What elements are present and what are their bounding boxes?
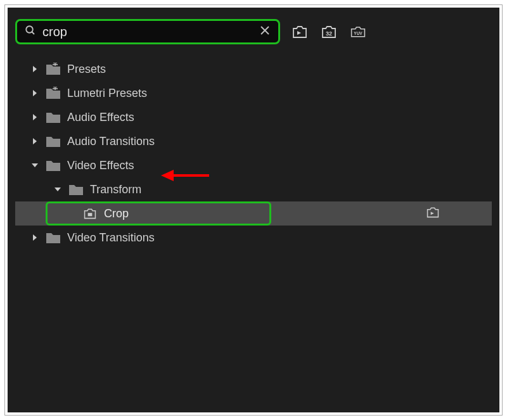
tree-item-crop[interactable]: Crop xyxy=(15,201,492,226)
chevron-right-icon xyxy=(30,234,39,241)
tree-label: Crop xyxy=(104,207,129,220)
presets-folder-icon xyxy=(46,87,61,99)
tree-label: Transform xyxy=(90,183,141,196)
svg-text:32: 32 xyxy=(326,30,332,37)
screenshot-frame: 32 YUV Presets xyxy=(4,4,503,416)
chevron-right-icon xyxy=(30,137,39,145)
chevron-right-icon xyxy=(30,113,39,121)
folder-icon xyxy=(46,111,61,124)
tree-label: Lumetri Presets xyxy=(67,87,147,100)
search-input[interactable] xyxy=(42,25,259,39)
presets-folder-icon xyxy=(46,63,61,75)
tree-label: Video Transitions xyxy=(67,231,155,245)
effects-tree: Presets Lumetri Presets xyxy=(15,57,492,250)
chevron-right-icon xyxy=(30,89,39,97)
tree-label: Video Effects xyxy=(67,159,134,172)
svg-text:YUV: YUV xyxy=(354,31,363,35)
search-row: 32 YUV xyxy=(15,19,492,44)
tree-label: Audio Effects xyxy=(67,111,134,124)
tree-label: Audio Transitions xyxy=(67,135,155,148)
tree-item-video-transitions[interactable]: Video Transitions xyxy=(30,226,487,250)
32bit-effects-icon[interactable]: 32 xyxy=(321,25,337,39)
chevron-down-icon xyxy=(30,162,39,169)
accelerated-effects-icon[interactable] xyxy=(292,25,308,39)
folder-icon xyxy=(68,183,84,196)
search-box[interactable] xyxy=(15,19,280,44)
svg-rect-6 xyxy=(88,213,93,216)
tree-item-transform[interactable]: Transform xyxy=(30,177,487,201)
tree-item-video-effects[interactable]: Video Effects xyxy=(30,153,487,177)
tree-item-presets[interactable]: Presets xyxy=(30,57,487,81)
chevron-right-icon xyxy=(30,65,39,73)
tree-item-audio-effects[interactable]: Audio Effects xyxy=(30,105,487,129)
chevron-down-icon xyxy=(53,186,62,193)
search-icon xyxy=(25,25,36,39)
clear-search-icon[interactable] xyxy=(259,23,271,40)
tree-item-audio-transitions[interactable]: Audio Transitions xyxy=(30,129,487,153)
yuv-effects-icon[interactable]: YUV xyxy=(350,25,366,39)
folder-icon xyxy=(46,159,61,172)
effect-icon xyxy=(82,207,98,220)
svg-line-1 xyxy=(32,32,34,34)
accelerated-badge-icon xyxy=(426,207,440,221)
tree-item-lumetri-presets[interactable]: Lumetri Presets xyxy=(30,81,487,105)
folder-icon xyxy=(46,231,61,244)
svg-point-0 xyxy=(26,26,33,33)
folder-icon xyxy=(46,135,61,148)
effects-panel: 32 YUV Presets xyxy=(8,8,499,412)
tree-label: Presets xyxy=(67,63,106,76)
filter-toolbar: 32 YUV xyxy=(292,25,366,39)
